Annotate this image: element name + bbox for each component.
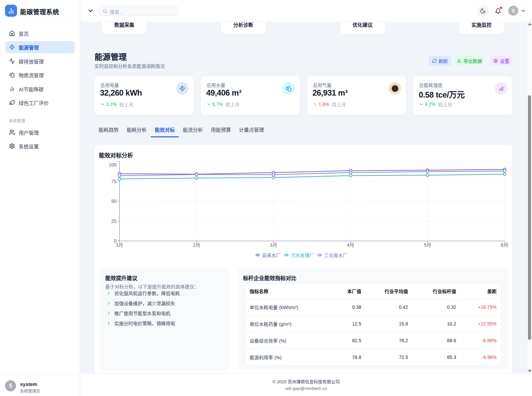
svg-text:100: 100 xyxy=(109,162,117,167)
svg-text:50: 50 xyxy=(111,199,117,204)
svg-text:4月: 4月 xyxy=(347,242,354,248)
svg-text:6月: 6月 xyxy=(501,242,508,248)
svg-text:3月: 3月 xyxy=(270,242,277,248)
svg-text:75: 75 xyxy=(111,179,117,184)
svg-text:25: 25 xyxy=(111,219,117,224)
svg-text:2月: 2月 xyxy=(193,242,200,248)
svg-text:5月: 5月 xyxy=(424,242,431,248)
svg-text:1月: 1月 xyxy=(116,242,123,248)
